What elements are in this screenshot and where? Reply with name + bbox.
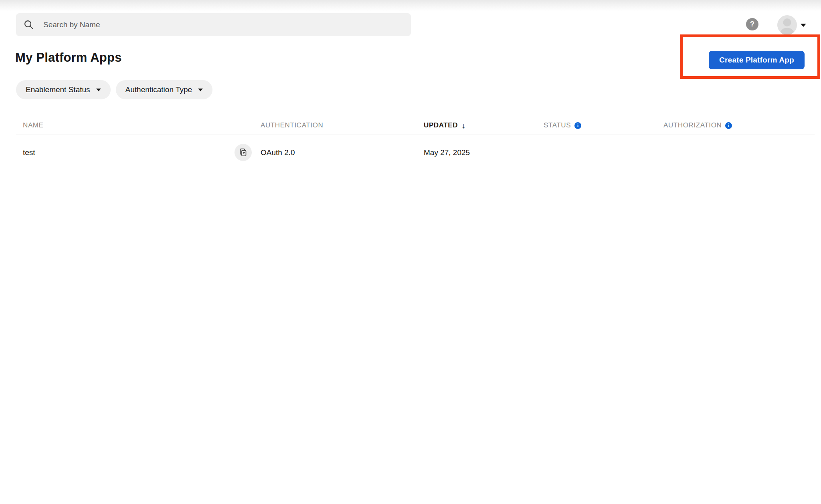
copy-icon bbox=[239, 148, 248, 157]
column-header-updated[interactable]: UPDATED ↓ bbox=[424, 121, 544, 129]
table-row[interactable]: test OAuth 2.0 May 27, 2025 bbox=[16, 135, 815, 170]
top-header-shadow bbox=[0, 0, 821, 11]
person-icon bbox=[777, 15, 797, 35]
column-header-name[interactable]: NAME bbox=[16, 121, 261, 129]
platform-apps-table: NAME AUTHENTICATION UPDATED ↓ STATUS i A… bbox=[16, 116, 815, 170]
filter-enablement-status-label: Enablement Status bbox=[26, 85, 90, 94]
info-icon[interactable]: i bbox=[574, 122, 581, 129]
column-header-updated-label: UPDATED bbox=[424, 121, 458, 129]
help-button[interactable]: ? bbox=[746, 18, 758, 30]
app-updated-cell: May 27, 2025 bbox=[424, 148, 544, 157]
filter-authentication-type-label: Authentication Type bbox=[125, 85, 192, 94]
search-bar bbox=[16, 13, 411, 36]
column-header-authorization[interactable]: AUTHORIZATION i bbox=[663, 121, 815, 129]
page-title: My Platform Apps bbox=[15, 50, 122, 65]
filter-enablement-status[interactable]: Enablement Status bbox=[16, 80, 111, 99]
app-name-cell: test bbox=[16, 144, 261, 161]
app-name: test bbox=[23, 148, 35, 157]
chevron-down-icon bbox=[96, 89, 101, 91]
column-header-status-label: STATUS bbox=[544, 121, 571, 129]
copy-app-id-button[interactable] bbox=[235, 144, 252, 161]
app-authentication-cell: OAuth 2.0 bbox=[261, 148, 424, 157]
filter-authentication-type[interactable]: Authentication Type bbox=[116, 80, 213, 99]
column-header-authentication-label: AUTHENTICATION bbox=[261, 121, 323, 129]
create-platform-app-button[interactable]: Create Platform App bbox=[709, 51, 805, 69]
platform-apps-page: ? My Platform Apps Create Platform App E… bbox=[0, 0, 821, 504]
sort-descending-icon: ↓ bbox=[461, 121, 466, 129]
question-mark-icon: ? bbox=[750, 20, 754, 28]
search-input[interactable] bbox=[16, 13, 411, 36]
column-header-authentication[interactable]: AUTHENTICATION bbox=[261, 121, 424, 129]
chevron-down-icon[interactable] bbox=[801, 24, 806, 27]
column-header-authorization-label: AUTHORIZATION bbox=[663, 121, 722, 129]
table-header-row: NAME AUTHENTICATION UPDATED ↓ STATUS i A… bbox=[16, 116, 815, 135]
column-header-name-label: NAME bbox=[23, 121, 44, 129]
chevron-down-icon bbox=[198, 89, 203, 91]
avatar[interactable] bbox=[777, 15, 797, 35]
info-icon[interactable]: i bbox=[725, 122, 732, 129]
filter-bar: Enablement Status Authentication Type bbox=[16, 80, 212, 99]
column-header-status[interactable]: STATUS i bbox=[544, 121, 663, 129]
